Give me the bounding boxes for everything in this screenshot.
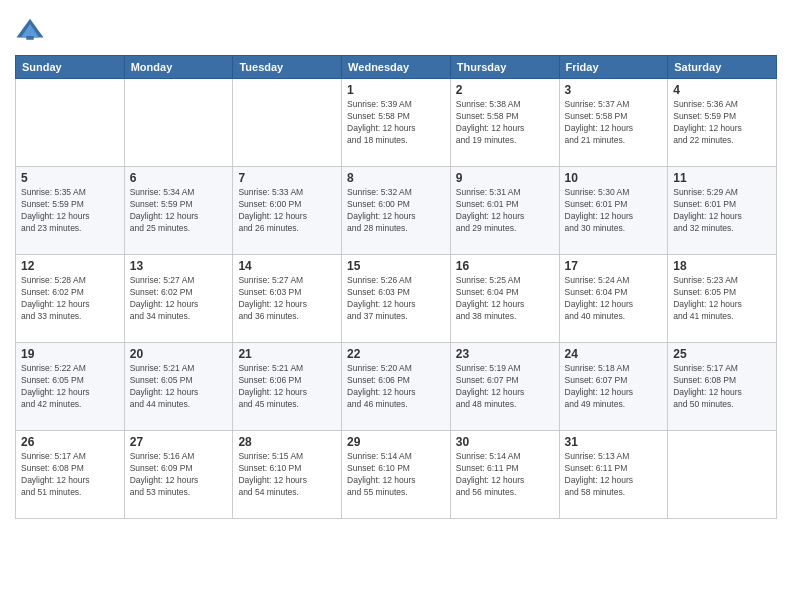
calendar-body: 1Sunrise: 5:39 AM Sunset: 5:58 PM Daylig… xyxy=(16,79,777,519)
day-number: 7 xyxy=(238,171,336,185)
calendar-cell: 22Sunrise: 5:20 AM Sunset: 6:06 PM Dayli… xyxy=(342,343,451,431)
calendar-cell: 15Sunrise: 5:26 AM Sunset: 6:03 PM Dayli… xyxy=(342,255,451,343)
day-number: 5 xyxy=(21,171,119,185)
day-number: 18 xyxy=(673,259,771,273)
day-number: 28 xyxy=(238,435,336,449)
weekday-header-saturday: Saturday xyxy=(668,56,777,79)
day-number: 17 xyxy=(565,259,663,273)
calendar-cell: 3Sunrise: 5:37 AM Sunset: 5:58 PM Daylig… xyxy=(559,79,668,167)
calendar-cell: 24Sunrise: 5:18 AM Sunset: 6:07 PM Dayli… xyxy=(559,343,668,431)
week-row-5: 26Sunrise: 5:17 AM Sunset: 6:08 PM Dayli… xyxy=(16,431,777,519)
calendar-header: SundayMondayTuesdayWednesdayThursdayFrid… xyxy=(16,56,777,79)
calendar-cell xyxy=(233,79,342,167)
calendar-cell: 6Sunrise: 5:34 AM Sunset: 5:59 PM Daylig… xyxy=(124,167,233,255)
day-info: Sunrise: 5:28 AM Sunset: 6:02 PM Dayligh… xyxy=(21,275,119,323)
day-info: Sunrise: 5:39 AM Sunset: 5:58 PM Dayligh… xyxy=(347,99,445,147)
day-info: Sunrise: 5:21 AM Sunset: 6:05 PM Dayligh… xyxy=(130,363,228,411)
day-number: 1 xyxy=(347,83,445,97)
logo-icon xyxy=(15,15,45,45)
day-info: Sunrise: 5:17 AM Sunset: 6:08 PM Dayligh… xyxy=(673,363,771,411)
weekday-header-thursday: Thursday xyxy=(450,56,559,79)
day-number: 9 xyxy=(456,171,554,185)
day-number: 22 xyxy=(347,347,445,361)
day-number: 6 xyxy=(130,171,228,185)
calendar-cell: 8Sunrise: 5:32 AM Sunset: 6:00 PM Daylig… xyxy=(342,167,451,255)
day-info: Sunrise: 5:27 AM Sunset: 6:03 PM Dayligh… xyxy=(238,275,336,323)
calendar-cell xyxy=(124,79,233,167)
weekday-row: SundayMondayTuesdayWednesdayThursdayFrid… xyxy=(16,56,777,79)
calendar-cell: 16Sunrise: 5:25 AM Sunset: 6:04 PM Dayli… xyxy=(450,255,559,343)
calendar-cell: 12Sunrise: 5:28 AM Sunset: 6:02 PM Dayli… xyxy=(16,255,125,343)
calendar-cell: 10Sunrise: 5:30 AM Sunset: 6:01 PM Dayli… xyxy=(559,167,668,255)
day-info: Sunrise: 5:16 AM Sunset: 6:09 PM Dayligh… xyxy=(130,451,228,499)
day-info: Sunrise: 5:19 AM Sunset: 6:07 PM Dayligh… xyxy=(456,363,554,411)
week-row-4: 19Sunrise: 5:22 AM Sunset: 6:05 PM Dayli… xyxy=(16,343,777,431)
day-info: Sunrise: 5:15 AM Sunset: 6:10 PM Dayligh… xyxy=(238,451,336,499)
day-info: Sunrise: 5:13 AM Sunset: 6:11 PM Dayligh… xyxy=(565,451,663,499)
week-row-2: 5Sunrise: 5:35 AM Sunset: 5:59 PM Daylig… xyxy=(16,167,777,255)
day-info: Sunrise: 5:29 AM Sunset: 6:01 PM Dayligh… xyxy=(673,187,771,235)
calendar-cell: 31Sunrise: 5:13 AM Sunset: 6:11 PM Dayli… xyxy=(559,431,668,519)
day-info: Sunrise: 5:14 AM Sunset: 6:10 PM Dayligh… xyxy=(347,451,445,499)
day-number: 27 xyxy=(130,435,228,449)
day-number: 13 xyxy=(130,259,228,273)
calendar-cell: 4Sunrise: 5:36 AM Sunset: 5:59 PM Daylig… xyxy=(668,79,777,167)
week-row-1: 1Sunrise: 5:39 AM Sunset: 5:58 PM Daylig… xyxy=(16,79,777,167)
calendar-cell: 23Sunrise: 5:19 AM Sunset: 6:07 PM Dayli… xyxy=(450,343,559,431)
svg-rect-2 xyxy=(26,36,34,40)
header xyxy=(15,15,777,45)
day-number: 20 xyxy=(130,347,228,361)
day-info: Sunrise: 5:23 AM Sunset: 6:05 PM Dayligh… xyxy=(673,275,771,323)
calendar-cell: 28Sunrise: 5:15 AM Sunset: 6:10 PM Dayli… xyxy=(233,431,342,519)
calendar-cell: 29Sunrise: 5:14 AM Sunset: 6:10 PM Dayli… xyxy=(342,431,451,519)
day-info: Sunrise: 5:26 AM Sunset: 6:03 PM Dayligh… xyxy=(347,275,445,323)
calendar-cell: 20Sunrise: 5:21 AM Sunset: 6:05 PM Dayli… xyxy=(124,343,233,431)
day-info: Sunrise: 5:20 AM Sunset: 6:06 PM Dayligh… xyxy=(347,363,445,411)
day-info: Sunrise: 5:31 AM Sunset: 6:01 PM Dayligh… xyxy=(456,187,554,235)
day-info: Sunrise: 5:21 AM Sunset: 6:06 PM Dayligh… xyxy=(238,363,336,411)
logo xyxy=(15,15,49,45)
calendar-cell: 2Sunrise: 5:38 AM Sunset: 5:58 PM Daylig… xyxy=(450,79,559,167)
day-number: 21 xyxy=(238,347,336,361)
day-number: 10 xyxy=(565,171,663,185)
day-info: Sunrise: 5:18 AM Sunset: 6:07 PM Dayligh… xyxy=(565,363,663,411)
day-info: Sunrise: 5:14 AM Sunset: 6:11 PM Dayligh… xyxy=(456,451,554,499)
calendar-cell: 18Sunrise: 5:23 AM Sunset: 6:05 PM Dayli… xyxy=(668,255,777,343)
calendar-cell: 1Sunrise: 5:39 AM Sunset: 5:58 PM Daylig… xyxy=(342,79,451,167)
day-info: Sunrise: 5:34 AM Sunset: 5:59 PM Dayligh… xyxy=(130,187,228,235)
day-number: 31 xyxy=(565,435,663,449)
calendar-cell: 19Sunrise: 5:22 AM Sunset: 6:05 PM Dayli… xyxy=(16,343,125,431)
day-info: Sunrise: 5:27 AM Sunset: 6:02 PM Dayligh… xyxy=(130,275,228,323)
day-info: Sunrise: 5:25 AM Sunset: 6:04 PM Dayligh… xyxy=(456,275,554,323)
day-number: 12 xyxy=(21,259,119,273)
calendar-cell: 14Sunrise: 5:27 AM Sunset: 6:03 PM Dayli… xyxy=(233,255,342,343)
weekday-header-monday: Monday xyxy=(124,56,233,79)
day-info: Sunrise: 5:38 AM Sunset: 5:58 PM Dayligh… xyxy=(456,99,554,147)
calendar-cell: 5Sunrise: 5:35 AM Sunset: 5:59 PM Daylig… xyxy=(16,167,125,255)
calendar-cell: 30Sunrise: 5:14 AM Sunset: 6:11 PM Dayli… xyxy=(450,431,559,519)
calendar-cell: 21Sunrise: 5:21 AM Sunset: 6:06 PM Dayli… xyxy=(233,343,342,431)
day-number: 19 xyxy=(21,347,119,361)
day-number: 26 xyxy=(21,435,119,449)
day-info: Sunrise: 5:24 AM Sunset: 6:04 PM Dayligh… xyxy=(565,275,663,323)
weekday-header-wednesday: Wednesday xyxy=(342,56,451,79)
day-number: 29 xyxy=(347,435,445,449)
day-number: 23 xyxy=(456,347,554,361)
calendar-cell: 13Sunrise: 5:27 AM Sunset: 6:02 PM Dayli… xyxy=(124,255,233,343)
calendar-cell: 25Sunrise: 5:17 AM Sunset: 6:08 PM Dayli… xyxy=(668,343,777,431)
day-number: 8 xyxy=(347,171,445,185)
calendar-cell: 7Sunrise: 5:33 AM Sunset: 6:00 PM Daylig… xyxy=(233,167,342,255)
day-number: 25 xyxy=(673,347,771,361)
day-number: 15 xyxy=(347,259,445,273)
day-info: Sunrise: 5:30 AM Sunset: 6:01 PM Dayligh… xyxy=(565,187,663,235)
calendar-cell xyxy=(16,79,125,167)
calendar: SundayMondayTuesdayWednesdayThursdayFrid… xyxy=(15,55,777,519)
day-info: Sunrise: 5:17 AM Sunset: 6:08 PM Dayligh… xyxy=(21,451,119,499)
calendar-cell: 26Sunrise: 5:17 AM Sunset: 6:08 PM Dayli… xyxy=(16,431,125,519)
day-info: Sunrise: 5:32 AM Sunset: 6:00 PM Dayligh… xyxy=(347,187,445,235)
weekday-header-sunday: Sunday xyxy=(16,56,125,79)
weekday-header-tuesday: Tuesday xyxy=(233,56,342,79)
day-number: 14 xyxy=(238,259,336,273)
page: SundayMondayTuesdayWednesdayThursdayFrid… xyxy=(0,0,792,612)
day-info: Sunrise: 5:35 AM Sunset: 5:59 PM Dayligh… xyxy=(21,187,119,235)
